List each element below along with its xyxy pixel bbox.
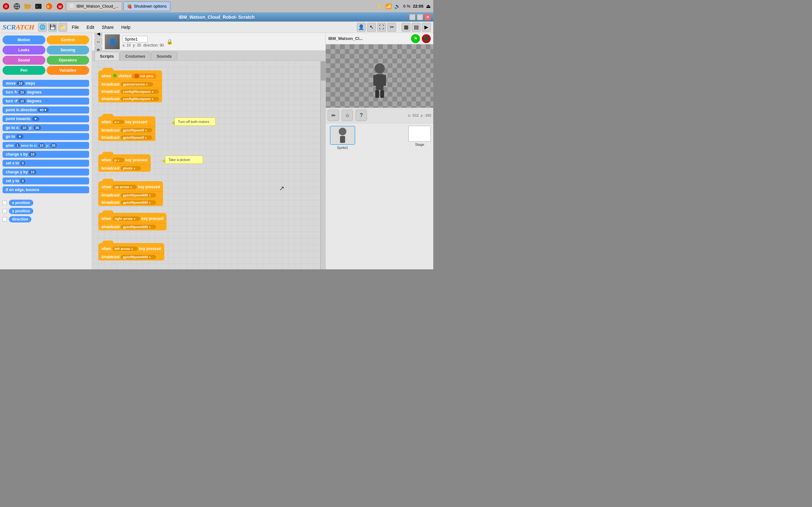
broadcast-gpio06pwm0-block[interactable]: broadcast gpio06pwm0▼ xyxy=(98,134,155,141)
tab-sounds[interactable]: Sounds xyxy=(151,52,177,60)
cat-variables-btn[interactable]: Variables xyxy=(47,66,90,75)
key-up-dropdown[interactable]: up arrow▼ xyxy=(113,185,137,189)
folder-btn[interactable]: 📁 xyxy=(58,23,67,32)
block-clicked-text: clicked xyxy=(118,74,131,78)
cat-operators-btn[interactable]: Operators xyxy=(47,56,90,65)
sprite-lock-icon[interactable]: 🔒 xyxy=(166,39,173,45)
menu-help[interactable]: Help xyxy=(118,23,134,31)
key-p-dropdown[interactable]: p▼ xyxy=(113,158,124,162)
key-left-dropdown[interactable]: left arrow▼ xyxy=(113,246,138,251)
scrollbar-thumb[interactable] xyxy=(321,61,325,80)
broadcast-config06-block[interactable]: broadcast config06outpwm▼ xyxy=(98,95,162,102)
broadcast-gpioserver-block[interactable]: broadcast gpioserveron▼ xyxy=(98,80,162,88)
content-area: Motion Control Looks Sensing Sound Opera… xyxy=(0,33,433,269)
svg-point-12 xyxy=(374,63,385,73)
block-turn-ccw[interactable]: turn ↺ 15 degrees xyxy=(3,98,89,105)
menu-edit[interactable]: Edit xyxy=(84,23,97,31)
fullscreen-btn[interactable]: ⛶ xyxy=(377,23,386,32)
language-btn[interactable]: 🌐 xyxy=(38,23,47,32)
cat-motion-btn[interactable]: Motion xyxy=(3,36,45,44)
menu-file[interactable]: File xyxy=(68,23,82,31)
block-when-text: when xyxy=(101,74,111,78)
key-right-dropdown[interactable]: right arrow▼ xyxy=(113,216,140,221)
block-goto[interactable]: go to ▼ xyxy=(3,133,89,140)
stage-thumbnail-area[interactable]: Stage xyxy=(409,126,431,150)
block-goto-xy[interactable]: go to x: 10 y: 35 xyxy=(3,124,89,131)
tab-costumes[interactable]: Costumes xyxy=(120,52,151,60)
block-set-y[interactable]: set y to 0 xyxy=(3,177,89,184)
view2-btn[interactable]: ▤ xyxy=(412,23,420,32)
view3-btn[interactable]: ▶ xyxy=(422,23,431,32)
block-change-y[interactable]: change y by 10 xyxy=(3,169,89,176)
broadcast-gpio05pwm600b-block[interactable]: broadcast gpio05pwm600▼ xyxy=(98,223,166,230)
block-turn-cw[interactable]: turn ↻ 15 degrees xyxy=(3,89,89,96)
volume-icon[interactable]: 🔊 xyxy=(394,3,401,9)
save-btn[interactable]: 💾 xyxy=(48,23,57,32)
broadcast-gpio06pwm600c-block[interactable]: broadcast gpio06pwm600▼ xyxy=(98,253,164,261)
block-glide[interactable]: glide 1 secs to x: 10 y: 35 xyxy=(3,142,89,149)
wifi-icon[interactable]: 📶 xyxy=(386,3,392,9)
block-point-direction[interactable]: point in direction 90▼ xyxy=(3,107,89,113)
scratch-icon[interactable]: S xyxy=(44,2,54,11)
maximize-button[interactable]: □ xyxy=(417,14,423,20)
green-flag-button[interactable]: ⚑ xyxy=(411,34,420,43)
var-direction[interactable]: direction xyxy=(3,216,89,222)
sprite-nav-up[interactable]: ◀ xyxy=(95,33,102,38)
cat-control-btn[interactable]: Control xyxy=(47,36,90,44)
eject-icon[interactable]: ⏏ xyxy=(426,3,431,9)
close-button[interactable]: ✕ xyxy=(424,14,431,20)
help-tool-btn[interactable]: ? xyxy=(356,110,367,121)
cat-looks-btn[interactable]: Looks xyxy=(3,46,45,55)
sprite-nav-down[interactable]: ↔ xyxy=(95,38,102,46)
block-change-x[interactable]: change x by 10 xyxy=(3,151,89,158)
extra-btn[interactable]: ✂ xyxy=(387,23,396,32)
user-btn[interactable]: 👤 xyxy=(357,23,366,32)
raspberry-icon[interactable] xyxy=(1,2,11,11)
var-y-position[interactable]: y position xyxy=(3,208,89,214)
stop-button[interactable]: ⬛ xyxy=(422,34,431,43)
svg-rect-15 xyxy=(382,75,386,86)
scripts-canvas[interactable]: when ⚑ clicked init pins broadcast gpios… xyxy=(92,61,325,269)
block-point-towards[interactable]: point towards ▼ xyxy=(3,115,89,122)
paint-tool-btn[interactable]: ✏ xyxy=(328,110,339,121)
stage-thumb xyxy=(409,126,431,142)
sprite-item-1[interactable]: Sprite1 xyxy=(328,126,357,150)
var-x-checkbox[interactable] xyxy=(3,201,7,205)
browser-icon[interactable] xyxy=(12,2,21,11)
terminal-icon[interactable]: >_ xyxy=(34,2,43,11)
filemanager-icon[interactable] xyxy=(23,2,32,11)
battery-display: 6 % xyxy=(403,4,410,9)
broadcast-config05-block[interactable]: broadcast config05outpwm▼ xyxy=(98,88,162,95)
clock: 22:05 xyxy=(413,4,423,9)
block-move[interactable]: move 10 steps xyxy=(3,80,89,87)
minimize-button[interactable]: ─ xyxy=(409,14,415,20)
view1-btn[interactable]: ▦ xyxy=(402,23,410,32)
broadcast-gpio05pwm0-block[interactable]: broadcast gpio05pwm0▼ xyxy=(98,126,155,134)
star-tool-btn[interactable]: ☆ xyxy=(342,110,353,121)
broadcast-gpio06pwm600-block[interactable]: broadcast gpio06pwm600▼ xyxy=(98,199,163,206)
block-edge-bounce[interactable]: if on edge, bounce xyxy=(3,186,89,193)
var-y-checkbox[interactable] xyxy=(3,209,7,213)
cat-pen-btn[interactable]: Pen xyxy=(3,66,45,75)
init-pins-block[interactable]: init pins xyxy=(132,73,156,78)
tab-scripts[interactable]: Scripts xyxy=(95,52,119,60)
sprite-name-input[interactable] xyxy=(122,36,148,43)
flag-icon: ⚑ xyxy=(113,73,117,79)
var-dir-checkbox[interactable] xyxy=(3,217,7,222)
wolfram-icon[interactable]: W xyxy=(55,2,65,11)
menu-share[interactable]: Share xyxy=(99,23,117,31)
broadcast-photo-block[interactable]: broadcast photo▼ xyxy=(98,164,151,172)
sprite-info-bar: ◀ ↔ ⊕ 👤 x: 10 y: 35 direction: 90 xyxy=(92,33,325,51)
bluetooth-icon[interactable]: ⚡ xyxy=(376,3,383,9)
broadcast-gpio05pwm600-block[interactable]: broadcast gpio05pwm600▼ xyxy=(98,191,163,199)
window1-btn[interactable]: ⬜ IBM_Watson_Cloud_... xyxy=(66,2,122,11)
blocks-area: move 10 steps turn ↻ 15 degrees turn ↺ 1… xyxy=(0,77,92,225)
cat-sensing-btn[interactable]: Sensing xyxy=(47,46,90,55)
window2-btn[interactable]: 🍓 Shutdown options xyxy=(123,2,170,11)
cat-sound-btn[interactable]: Sound xyxy=(3,56,45,65)
key-x-dropdown[interactable]: x▼ xyxy=(113,120,124,124)
scripts-scrollbar[interactable] xyxy=(320,61,325,269)
var-x-position[interactable]: x position xyxy=(3,200,89,206)
block-set-x[interactable]: set x to 0 xyxy=(3,160,89,167)
pointer-btn[interactable]: ↖ xyxy=(367,23,376,32)
